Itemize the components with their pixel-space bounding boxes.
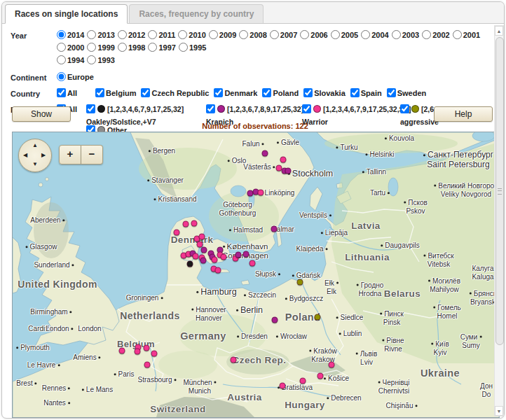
race-color-dot-icon — [411, 105, 419, 113]
year-option-2014[interactable]: 2014 — [57, 30, 84, 39]
country-option-spain[interactable]: Spain — [350, 88, 382, 97]
year-label: 2001 — [463, 31, 480, 39]
race-checkbox-0[interactable] — [86, 104, 95, 113]
country-option-denmark[interactable]: Denmark — [214, 88, 257, 97]
year-option-1998[interactable]: 1998 — [118, 43, 145, 52]
year-radio-1994[interactable] — [57, 55, 66, 64]
help-button[interactable]: Help — [434, 106, 493, 122]
country-checkbox-all[interactable] — [57, 88, 66, 97]
year-option-2001[interactable]: 2001 — [453, 30, 480, 39]
year-radio-2002[interactable] — [422, 30, 431, 39]
country-option-slovakia[interactable]: Slovakia — [303, 88, 346, 97]
race-option-0[interactable]: [1,2,3,4,6,7,9,17,25,32] — [86, 104, 184, 113]
country-option-all[interactable]: All — [57, 88, 77, 97]
year-option-2013[interactable]: 2013 — [87, 30, 114, 39]
race-checkbox-3[interactable] — [400, 104, 409, 113]
year-radio-2006[interactable] — [300, 30, 309, 39]
year-radio-2000[interactable] — [57, 43, 66, 52]
year-option-2000[interactable]: 2000 — [57, 43, 84, 52]
tab-races-frequency-by-country[interactable]: Races, frequency by country — [129, 4, 264, 23]
year-radio-2001[interactable] — [453, 30, 462, 39]
country-checkbox-spain[interactable] — [350, 88, 360, 97]
year-option-1993[interactable]: 1993 — [87, 55, 114, 64]
race-option-2[interactable]: [1,2,3,4,6,7,9,17,25,32,Sp] — [302, 104, 411, 113]
country-checkbox-slovakia[interactable] — [303, 88, 313, 97]
country-checkbox-sweden[interactable] — [387, 88, 396, 97]
year-option-2003[interactable]: 2003 — [392, 30, 419, 39]
year-label: 2009 — [219, 31, 236, 39]
country-option-sweden[interactable]: Sweden — [387, 88, 427, 97]
app-window: Races on single locations Races, frequen… — [0, 0, 506, 420]
observation-count: Number of observations: 122 — [12, 122, 498, 130]
map-canvas[interactable]: United KingdomNetherlandsBelgiumGermanyD… — [12, 132, 500, 418]
country-option-poland[interactable]: Poland — [262, 88, 299, 97]
country-label: Slovakia — [314, 89, 346, 97]
year-label: 2004 — [371, 31, 388, 39]
race-checkbox-2[interactable] — [302, 104, 311, 113]
pan-up-icon[interactable]: ▲ — [32, 143, 38, 148]
pan-down-icon[interactable]: ▼ — [32, 162, 38, 167]
year-option-1997[interactable]: 1997 — [148, 43, 175, 52]
continent-option-europe[interactable]: Europe — [57, 72, 94, 81]
vertical-scrollbar[interactable]: ▲ ▼ — [494, 25, 504, 416]
year-option-2009[interactable]: 2009 — [209, 30, 236, 39]
pan-right-icon[interactable]: ▶ — [41, 153, 46, 158]
race-color-dot-icon — [97, 105, 105, 113]
year-option-2002[interactable]: 2002 — [422, 30, 449, 39]
country-option-belgium[interactable]: Belgium — [95, 88, 136, 97]
year-radio-1995[interactable] — [179, 43, 188, 52]
year-option-2008[interactable]: 2008 — [239, 30, 266, 39]
year-label: 2008 — [249, 31, 266, 39]
scrollbar-grip — [498, 188, 502, 195]
year-radio-2011[interactable] — [148, 30, 157, 39]
country-checkbox-denmark[interactable] — [214, 88, 223, 97]
year-radio-2009[interactable] — [209, 30, 218, 39]
country-checkbox-poland[interactable] — [262, 88, 271, 97]
continent-options: Europe — [57, 71, 493, 84]
year-radio-2005[interactable] — [331, 30, 340, 39]
year-option-1994[interactable]: 1994 — [57, 55, 84, 64]
year-radio-1997[interactable] — [148, 43, 157, 52]
year-label: 2000 — [67, 43, 84, 52]
year-option-1999[interactable]: 1999 — [87, 43, 114, 52]
race-code-label: [1,2,3,4,6,7,9,17,25,32] — [107, 105, 184, 113]
scroll-up-arrow[interactable]: ▲ — [495, 26, 503, 36]
country-checkbox-czech-republic[interactable] — [141, 88, 150, 97]
race-code-label: [1,2,3,6,7,8,9,17,25,32] — [227, 105, 303, 113]
year-option-2006[interactable]: 2006 — [300, 30, 327, 39]
year-option-2012[interactable]: 2012 — [118, 30, 145, 39]
year-radio-1993[interactable] — [87, 55, 96, 64]
country-checkbox-belgium[interactable] — [95, 88, 104, 97]
country-label: Denmark — [224, 89, 257, 97]
race-option-1[interactable]: [1,2,3,6,7,8,9,17,25,32] — [206, 104, 303, 113]
year-option-2007[interactable]: 2007 — [270, 30, 297, 39]
year-radio-2014[interactable] — [57, 30, 66, 39]
year-radio-2013[interactable] — [87, 30, 96, 39]
year-radio-1999[interactable] — [87, 43, 96, 52]
year-option-1995[interactable]: 1995 — [179, 43, 206, 52]
year-radio-1998[interactable] — [118, 43, 127, 52]
zoom-in-button[interactable]: + — [59, 145, 81, 164]
scrollbar-thumb[interactable] — [495, 37, 504, 345]
country-option-czech-republic[interactable]: Czech Republic — [141, 88, 209, 97]
year-label: 1995 — [189, 43, 206, 52]
pan-left-icon[interactable]: ◀ — [23, 153, 27, 158]
continent-radio-europe[interactable] — [57, 72, 66, 81]
year-option-2010[interactable]: 2010 — [178, 30, 205, 39]
year-radio-2004[interactable] — [361, 30, 370, 39]
year-radio-2012[interactable] — [118, 30, 127, 39]
year-label: 1997 — [158, 43, 175, 52]
year-radio-2008[interactable] — [239, 30, 248, 39]
scroll-down-arrow[interactable]: ▼ — [495, 406, 503, 416]
zoom-out-button[interactable]: − — [81, 145, 103, 164]
year-radio-2010[interactable] — [178, 30, 187, 39]
year-option-2005[interactable]: 2005 — [331, 30, 358, 39]
year-radio-2007[interactable] — [270, 30, 279, 39]
year-radio-2003[interactable] — [392, 30, 401, 39]
map-pan-control[interactable]: ▲ ▼ ◀ ▶ — [18, 139, 52, 172]
race-checkbox-1[interactable] — [206, 104, 215, 113]
year-option-2004[interactable]: 2004 — [361, 30, 388, 39]
tab-races-single-locations[interactable]: Races on single locations — [5, 4, 128, 24]
show-button[interactable]: Show — [12, 106, 71, 122]
year-option-2011[interactable]: 2011 — [148, 30, 175, 39]
